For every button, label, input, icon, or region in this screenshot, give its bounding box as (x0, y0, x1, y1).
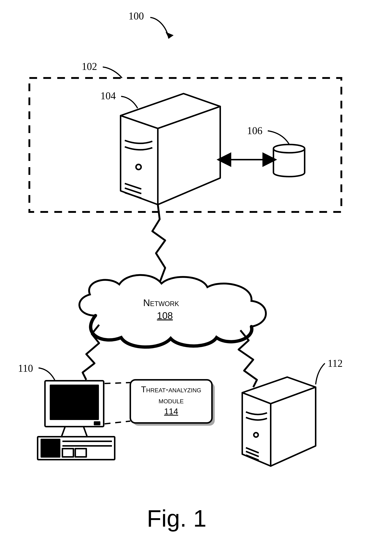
network-ref: 108 (157, 310, 173, 321)
figure-caption: Fig. 1 (147, 505, 206, 532)
svg-rect-6 (95, 422, 100, 424)
svg-rect-12 (75, 449, 86, 457)
ref-104-text: 104 (100, 90, 116, 102)
server-104 (121, 94, 220, 205)
client-module-callout-lines (105, 382, 130, 424)
network-label: Network (143, 297, 179, 308)
svg-rect-11 (63, 449, 73, 457)
ref-104-leader (121, 96, 138, 108)
diagram-stage: 100 102 104 106 Network 108 110 112 Thre… (0, 0, 392, 549)
module-label-line2: module (134, 396, 208, 405)
ref-106-text: 106 (247, 125, 262, 137)
diagram-svg (0, 0, 392, 549)
svg-rect-5 (50, 385, 98, 419)
ref-112-leader (316, 363, 325, 384)
ref-102-text: 102 (82, 61, 97, 72)
ref-102-leader (103, 67, 122, 78)
server-112 (242, 377, 316, 466)
database-106 (273, 145, 305, 177)
ref-106-leader (268, 131, 289, 144)
ref-110-text: 110 (18, 362, 33, 374)
module-label-line1: Threat-analyzing (134, 384, 208, 394)
ref-100-text: 100 (128, 10, 144, 22)
module-ref: 114 (134, 406, 208, 416)
link-server-network (152, 205, 165, 283)
ref-110-leader (39, 368, 55, 381)
ref-112-text: 112 (328, 357, 343, 369)
svg-line-13 (105, 382, 130, 383)
ref-100-leader (150, 17, 174, 39)
svg-rect-8 (41, 439, 60, 457)
client-110 (38, 381, 115, 460)
svg-line-14 (105, 421, 130, 424)
